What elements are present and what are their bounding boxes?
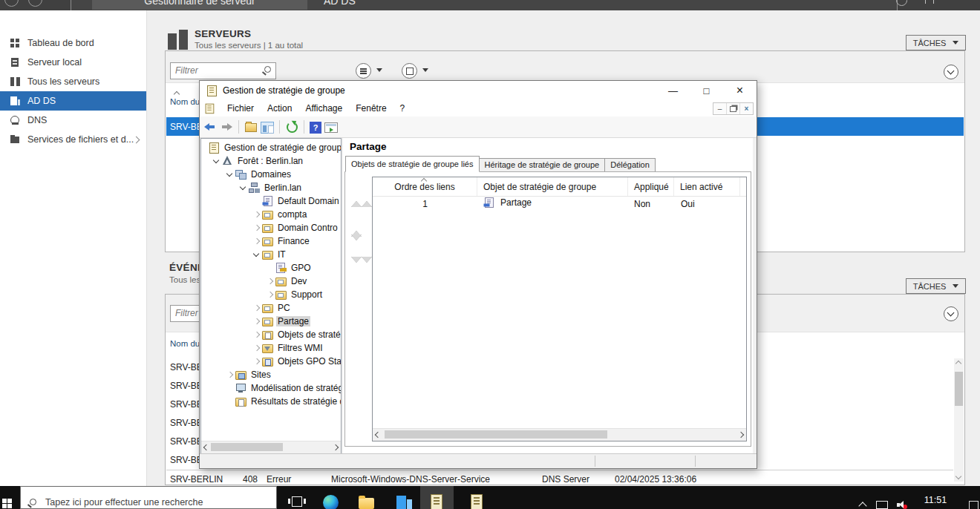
clock[interactable]: 11:51 bbox=[918, 495, 953, 505]
breadcrumb-server-manager[interactable]: Gestionnaire de serveur bbox=[92, 0, 307, 10]
expander-icon[interactable] bbox=[265, 290, 275, 299]
collapse-section-button[interactable] bbox=[944, 306, 958, 321]
scroll-down-icon[interactable] bbox=[956, 473, 961, 479]
events-column-header[interactable]: Nom du bbox=[170, 339, 200, 348]
tray-display-icon[interactable] bbox=[876, 501, 888, 509]
menu-[interactable]: ? bbox=[393, 103, 412, 114]
tree-item-for-t-berlin-lan[interactable]: Forêt : Berlin.lan bbox=[201, 154, 341, 168]
scrollbar-thumb[interactable] bbox=[385, 430, 607, 439]
column-header-ordre-des-liens[interactable]: Ordre des liens bbox=[373, 177, 477, 196]
scrollbar-thumb[interactable] bbox=[955, 372, 963, 406]
tree-item-finance[interactable]: Finance bbox=[201, 234, 341, 248]
tree-item-partage[interactable]: Partage bbox=[201, 315, 341, 328]
expander-icon[interactable] bbox=[252, 223, 262, 232]
tree-item-filtres-wmi[interactable]: Filtres WMI bbox=[201, 341, 341, 355]
menu-action[interactable]: Action bbox=[261, 103, 298, 114]
gpmc-taskbar-icon[interactable] bbox=[430, 494, 443, 509]
scrollbar-thumb[interactable] bbox=[211, 443, 283, 451]
forward-icon[interactable] bbox=[28, 0, 42, 7]
minimize-button[interactable]: — bbox=[656, 81, 690, 100]
tree-item-objets-gpo-star[interactable]: Objets GPO Star bbox=[201, 355, 341, 368]
chevron-right-icon[interactable] bbox=[133, 136, 140, 143]
move-link-down-button[interactable] bbox=[351, 240, 363, 251]
scroll-right-icon[interactable] bbox=[738, 432, 744, 438]
tray-chevron-up-icon[interactable] bbox=[858, 502, 866, 509]
expander-icon[interactable] bbox=[252, 330, 262, 339]
column-header-appliqu[interactable]: Appliqué bbox=[628, 177, 674, 196]
menu-fichier[interactable]: Fichier bbox=[220, 103, 261, 114]
sidebar-item-dns[interactable]: DNS bbox=[0, 111, 146, 130]
show-console-tree-icon[interactable] bbox=[261, 122, 274, 134]
gpmc-title-bar[interactable]: Gestion de stratégie de groupe — □ × bbox=[200, 81, 757, 100]
expander-icon[interactable] bbox=[252, 237, 262, 246]
tree-item-gpo[interactable]: GPO bbox=[201, 261, 341, 275]
filter-list-dropdown-button[interactable] bbox=[356, 63, 371, 79]
tree-item-dev[interactable]: Dev bbox=[201, 275, 341, 288]
tree-item-r-sultats-de-strat-gie-d[interactable]: Résultats de stratégie d bbox=[201, 395, 341, 408]
tab-d-l-gation[interactable]: Délégation bbox=[604, 158, 656, 172]
edge-browser-icon[interactable] bbox=[322, 494, 341, 509]
tray-audio-muted-icon[interactable] bbox=[897, 501, 907, 509]
chevron-down-icon[interactable] bbox=[376, 68, 382, 72]
expander-icon[interactable] bbox=[225, 170, 235, 179]
file-explorer-icon[interactable] bbox=[358, 494, 376, 509]
forward-icon[interactable] bbox=[220, 120, 233, 134]
scroll-left-icon[interactable] bbox=[203, 444, 209, 450]
tree-item-support[interactable]: Support bbox=[201, 288, 341, 301]
tree-item-mod-lisation-de-strat-g[interactable]: Modélisation de stratég bbox=[201, 381, 341, 395]
column-header-objet-de-strat-gie-de-groupe[interactable]: Objet de stratégie de groupe bbox=[477, 177, 628, 196]
gpo-editor-taskbar-icon[interactable] bbox=[470, 494, 483, 509]
back-icon[interactable] bbox=[203, 120, 217, 134]
move-link-to-top-button[interactable] bbox=[351, 188, 363, 199]
notifications-flag-icon[interactable] bbox=[925, 0, 934, 4]
sidebar-item-file-services[interactable]: Services de fichiers et d... bbox=[0, 130, 146, 149]
expander-icon[interactable] bbox=[252, 250, 262, 259]
expander-icon[interactable] bbox=[212, 157, 222, 165]
breadcrumb-ad-ds[interactable]: AD DS bbox=[324, 0, 356, 10]
refresh-icon[interactable] bbox=[285, 120, 298, 134]
menu-fen-tre[interactable]: Fenêtre bbox=[349, 103, 393, 114]
mdi-restore-button[interactable] bbox=[726, 103, 739, 114]
show-desktop-button[interactable] bbox=[969, 501, 979, 509]
help-icon[interactable] bbox=[310, 122, 321, 134]
chevron-down-icon[interactable] bbox=[422, 68, 428, 72]
taskbar-search-input[interactable]: Tapez ici pour effectuer une recherche bbox=[20, 486, 277, 509]
saved-queries-dropdown-button[interactable] bbox=[402, 63, 417, 79]
sidebar-item-dashboard[interactable]: Tableau de bord bbox=[0, 33, 146, 53]
tree-item-default-domain[interactable]: Default Domain bbox=[201, 194, 341, 208]
tree-item-gestion-de-strat-gie-de-groupe[interactable]: Gestion de stratégie de groupe bbox=[201, 141, 341, 154]
move-link-to-bottom-button[interactable] bbox=[351, 263, 363, 273]
mdi-minimize-button[interactable]: – bbox=[713, 103, 726, 114]
tree-item-domaines[interactable]: Domaines bbox=[201, 168, 341, 181]
gpo-link-row[interactable]: 1 Partage Non Oui bbox=[373, 196, 746, 212]
expander-icon[interactable] bbox=[252, 317, 262, 326]
maximize-button[interactable]: □ bbox=[690, 81, 723, 100]
tree-item-compta[interactable]: compta bbox=[201, 208, 341, 221]
events-vertical-scrollbar[interactable] bbox=[954, 358, 964, 482]
task-view-icon[interactable] bbox=[288, 494, 307, 509]
back-icon[interactable] bbox=[4, 0, 19, 7]
expander-icon[interactable] bbox=[225, 370, 235, 379]
tab-objets-de-strat-gie-de-groupe-li-s[interactable]: Objets de stratégie de groupe liés bbox=[345, 156, 480, 172]
expander-icon[interactable] bbox=[252, 303, 262, 312]
expander-icon[interactable] bbox=[252, 210, 262, 219]
sidebar-item-local-server[interactable]: Serveur local bbox=[0, 53, 146, 72]
servers-tasks-button[interactable]: TÂCHES bbox=[906, 35, 966, 50]
scroll-right-icon[interactable] bbox=[333, 444, 339, 450]
mdi-close-button[interactable]: × bbox=[739, 103, 753, 114]
table-horizontal-scrollbar[interactable] bbox=[373, 428, 746, 441]
collapse-section-button[interactable] bbox=[944, 65, 958, 79]
servers-column-header[interactable]: Nom du bbox=[170, 97, 200, 106]
tree-horizontal-scrollbar[interactable] bbox=[201, 441, 341, 453]
expander-icon[interactable] bbox=[265, 277, 275, 286]
menu-affichage[interactable]: Affichage bbox=[298, 103, 349, 114]
refresh-icon[interactable] bbox=[896, 0, 907, 6]
expander-icon[interactable] bbox=[238, 183, 249, 192]
tree-item-berlin-lan[interactable]: Berlin.lan bbox=[201, 181, 341, 194]
tree-item-domain-contro[interactable]: Domain Contro bbox=[201, 221, 341, 234]
export-list-icon[interactable] bbox=[324, 122, 338, 133]
tree-item-it[interactable]: IT bbox=[201, 248, 341, 261]
column-header-lien-activ[interactable]: Lien activé bbox=[674, 177, 740, 196]
tree-item-pc[interactable]: PC bbox=[201, 301, 341, 315]
tree-item-sites[interactable]: Sites bbox=[201, 368, 341, 381]
